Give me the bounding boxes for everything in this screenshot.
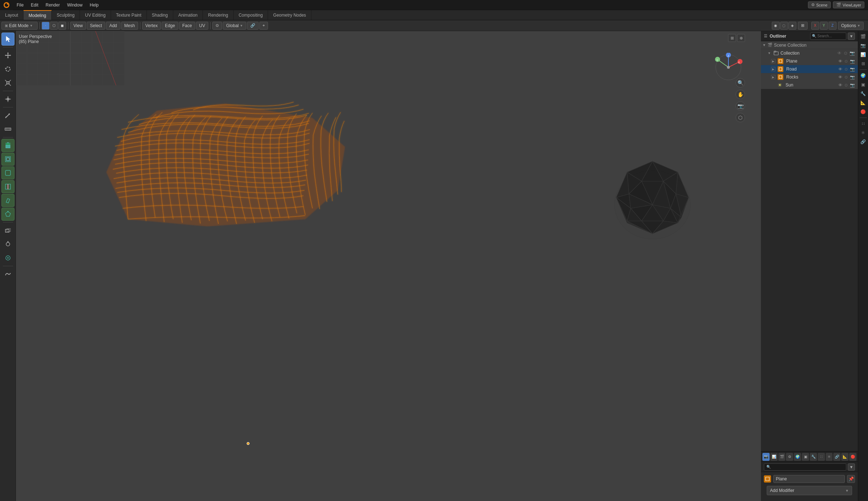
navigation-gizmo[interactable]: X Y Z [714, 53, 743, 82]
gizmo-toggle[interactable]: ⊕ [737, 34, 745, 42]
blender-logo[interactable] [0, 0, 13, 10]
road-render-icon[interactable]: 📷 [850, 67, 855, 72]
properties-tab-object[interactable]: ▣ [802, 453, 809, 461]
menu-edit[interactable]: Edit [27, 0, 42, 10]
rocks-eye-icon[interactable]: 👁 [838, 75, 842, 80]
axis-z[interactable]: Z [829, 22, 837, 30]
sidebar-output-icon[interactable]: 📊 [859, 51, 867, 59]
tool-select-cursor[interactable] [1, 33, 14, 46]
tool-smooth[interactable] [1, 268, 14, 281]
outliner-rocks-row[interactable]: ▶ Rocks 👁 ⊙ 📷 [761, 73, 858, 81]
sidebar-physics-icon[interactable]: ⚛ [859, 129, 867, 137]
viewport-3d[interactable]: User Perspective (85) Plane ⊞ ⊕ X [16, 31, 761, 501]
tab-layout[interactable]: Layout [0, 10, 24, 20]
face-select-mode[interactable]: ◼ [58, 22, 66, 30]
view-menu[interactable]: View [70, 22, 86, 30]
plane-expand-icon[interactable]: ▶ [771, 59, 775, 63]
proportional-edit[interactable]: ⊙ [212, 22, 222, 30]
tool-loop-cut[interactable] [1, 180, 14, 193]
viewport-shading-solid[interactable]: ◉ [772, 22, 780, 30]
transform-orientation[interactable]: Global ▼ [223, 22, 246, 30]
mesh-menu[interactable]: Mesh [121, 22, 138, 30]
sidebar-particles-icon[interactable]: ∷ [859, 120, 867, 128]
tool-ruler[interactable] [1, 123, 14, 136]
properties-tab-data[interactable]: 📐 [841, 453, 848, 461]
sun-viewport-icon[interactable]: ⊙ [844, 83, 848, 88]
tab-modeling[interactable]: Modeling [24, 10, 52, 20]
add-modifier-btn[interactable]: Add Modifier ▼ [767, 486, 852, 495]
plane-eye-icon[interactable]: 👁 [838, 59, 842, 64]
properties-tab-physics[interactable]: ⚛ [826, 453, 833, 461]
overlays-btn[interactable]: ⊞ [798, 22, 808, 30]
road-expand-icon[interactable]: ▶ [771, 67, 775, 71]
tool-rotate[interactable] [1, 63, 14, 76]
sun-render-icon[interactable]: 📷 [850, 83, 855, 88]
snap-settings[interactable]: 🔗 [247, 22, 259, 30]
sidebar-world-icon[interactable]: 🌍 [859, 72, 867, 80]
sidebar-modifier-icon[interactable]: 🔧 [859, 90, 867, 98]
properties-tab-modifier[interactable]: 🔧 [810, 453, 817, 461]
proportional-falloff[interactable]: ⌖ [259, 22, 268, 30]
tab-shading[interactable]: Shading [147, 10, 173, 20]
tool-bevel[interactable] [1, 166, 14, 179]
tab-compositing[interactable]: Compositing [234, 10, 268, 20]
sun-eye-icon[interactable]: 👁 [838, 83, 842, 88]
properties-filter-btn[interactable]: ▼ [848, 463, 855, 471]
viewport-shading-material[interactable]: ◌ [780, 22, 788, 30]
tab-geometry-nodes[interactable]: Geometry Nodes [268, 10, 311, 20]
pan-btn[interactable]: ✋ [736, 90, 745, 99]
mode-selector[interactable]: ▣ Edit Mode ▼ [1, 22, 38, 30]
tab-animation[interactable]: Animation [173, 10, 203, 20]
axis-y[interactable]: Y [820, 22, 828, 30]
tool-polypen[interactable] [1, 208, 14, 221]
viewport-shading-rendered[interactable]: ◈ [788, 22, 796, 30]
tab-rendering[interactable]: Rendering [203, 10, 233, 20]
render-preview-btn[interactable]: ⬡ [736, 113, 745, 122]
sidebar-data-icon[interactable]: 📐 [859, 99, 867, 107]
edge-select-mode[interactable]: ⬡ [50, 22, 58, 30]
tool-scale[interactable] [1, 76, 14, 89]
sidebar-material-icon[interactable]: 🔴 [859, 108, 867, 116]
rocks-viewport-icon[interactable]: ⊙ [844, 75, 848, 80]
properties-search-bar[interactable]: 🔍 [764, 463, 846, 471]
object-name-field[interactable]: Plane [773, 475, 845, 483]
tool-move[interactable] [1, 49, 14, 62]
collection-eye-icon[interactable]: 👁 [837, 51, 842, 56]
rocks-expand-icon[interactable]: ▶ [771, 75, 775, 79]
menu-file[interactable]: File [13, 0, 27, 10]
options-btn[interactable]: Options ▼ [838, 22, 864, 30]
tab-uv-editing[interactable]: UV Editing [80, 10, 111, 20]
menu-window[interactable]: Window [63, 0, 86, 10]
axis-x[interactable]: X [811, 22, 819, 30]
outliner-road-row[interactable]: ▶ Road 👁 ⊙ 📷 [761, 65, 858, 73]
collection-row[interactable]: ▼ Collection 👁 ⊙ 📷 [761, 49, 858, 57]
sidebar-view-icon[interactable]: ⊞ [859, 60, 867, 68]
rocks-render-icon[interactable]: 📷 [850, 75, 855, 80]
tool-extrude[interactable] [1, 139, 14, 152]
tab-sculpting[interactable]: Sculpting [52, 10, 80, 20]
add-menu[interactable]: Add [106, 22, 120, 30]
uv-menu[interactable]: UV [196, 22, 209, 30]
sidebar-constraints-icon[interactable]: 🔗 [859, 138, 867, 146]
properties-tab-view-layer[interactable]: 🎬 [778, 453, 786, 461]
properties-tab-world[interactable]: 🌍 [794, 453, 801, 461]
overlay-toggle[interactable]: ⊞ [728, 34, 736, 42]
collection-expand-icon[interactable]: ▼ [767, 51, 772, 56]
vertex-select-mode[interactable]: · [42, 22, 50, 30]
tool-inset[interactable] [1, 153, 14, 166]
menu-render[interactable]: Render [42, 0, 63, 10]
vertex-menu[interactable]: Vertex [142, 22, 161, 30]
menu-help[interactable]: Help [86, 0, 102, 10]
properties-tab-material[interactable]: 🔴 [849, 453, 856, 461]
tool-transform[interactable] [1, 93, 14, 106]
properties-tab-output[interactable]: 📊 [770, 453, 778, 461]
collection-viewport-icon[interactable]: ⊙ [844, 51, 847, 56]
sidebar-render-icon[interactable]: 📷 [859, 42, 867, 50]
tool-shrink-fatten[interactable] [1, 238, 14, 251]
properties-tab-render[interactable]: 📷 [762, 453, 770, 461]
scene-collection-row[interactable]: ▼ 🎬 Scene Collection [761, 41, 858, 49]
select-menu[interactable]: Select [87, 22, 105, 30]
sidebar-object-icon[interactable]: ▣ [859, 81, 867, 89]
collection-render-icon[interactable]: 📷 [850, 51, 855, 56]
plane-render-icon[interactable]: 📷 [850, 59, 855, 64]
